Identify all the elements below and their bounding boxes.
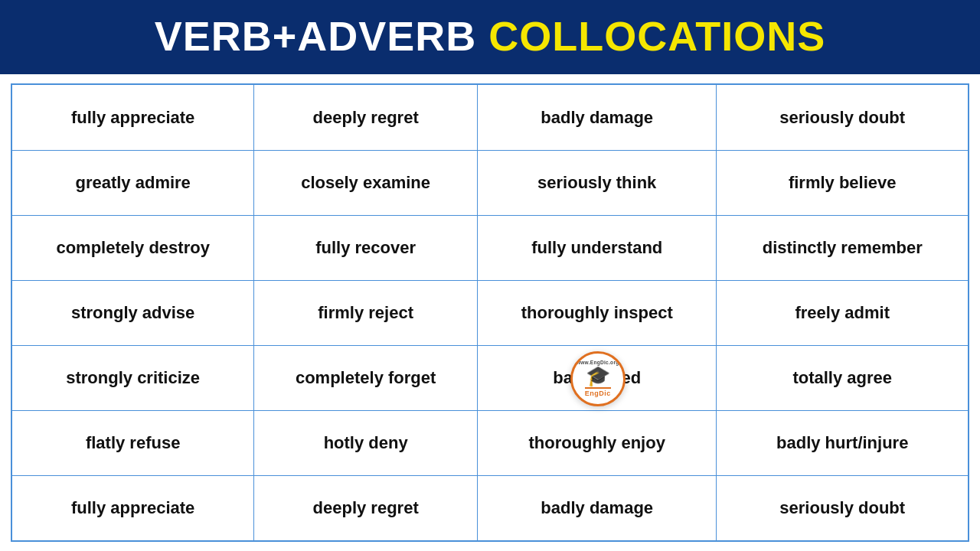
table-cell: thoroughly enjoy [477, 410, 717, 475]
table-cell: completely destroy [11, 215, 254, 280]
table-cell: closely examine [254, 150, 478, 215]
table-cell: distinctly remember [717, 215, 969, 280]
title-white-part: VERB+ADVERB [155, 13, 477, 59]
table-cell: badly hurt/injure [717, 410, 969, 475]
table-cell: badly damage [477, 84, 717, 150]
table-cell: strongly criticize [11, 345, 254, 410]
header: VERB+ADVERB COLLOCATIONS [0, 0, 980, 74]
table-cell: completely forget [254, 345, 478, 410]
table-cell: seriously doubt [717, 84, 969, 150]
table-cell: deeply regret [254, 475, 478, 541]
table-cell: fully appreciate [11, 84, 254, 150]
table-cell: freely admit [717, 280, 969, 345]
page-wrapper: VERB+ADVERB COLLOCATIONS fully appreciat… [0, 0, 980, 551]
table-cell: fully recover [254, 215, 478, 280]
table-cell: flatly refuse [11, 410, 254, 475]
table-cell: badly need www.EngDic.org 🎓 EngDic [477, 345, 717, 410]
engdic-logo: www.EngDic.org 🎓 EngDic [570, 351, 624, 405]
collocations-table: fully appreciatedeeply regretbadly damag… [11, 83, 969, 542]
title-yellow-part: COLLOCATIONS [476, 13, 825, 59]
table-cell: greatly admire [11, 150, 254, 215]
table-cell: seriously doubt [717, 475, 969, 541]
table-container: fully appreciatedeeply regretbadly damag… [0, 74, 980, 551]
table-cell: strongly advise [11, 280, 254, 345]
table-cell: fully understand [477, 215, 717, 280]
table-cell: firmly believe [717, 150, 969, 215]
page-title: VERB+ADVERB COLLOCATIONS [155, 14, 826, 59]
table-cell: thoroughly inspect [477, 280, 717, 345]
table-cell: fully appreciate [11, 475, 254, 541]
table-cell: totally agree [717, 345, 969, 410]
table-cell: firmly reject [254, 280, 478, 345]
table-cell: deeply regret [254, 84, 478, 150]
table-cell: badly damage [477, 475, 717, 541]
table-cell: seriously think [477, 150, 717, 215]
table-cell: hotly deny [254, 410, 478, 475]
